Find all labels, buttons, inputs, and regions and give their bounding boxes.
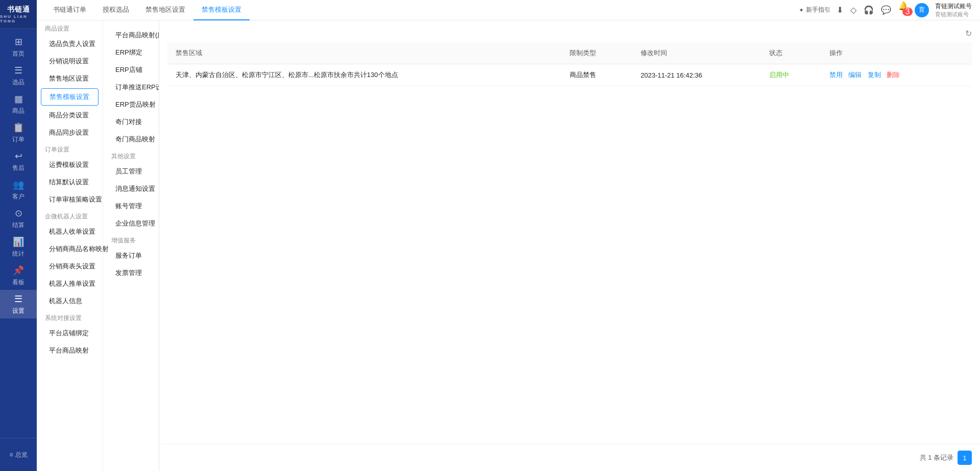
pagination-bar: 共 1 条记录 1 <box>159 444 980 471</box>
tab-order[interactable]: 书链通订单 <box>45 0 94 20</box>
menu-invoice-mgmt[interactable]: 发票管理 <box>103 264 159 282</box>
menu-erp-store[interactable]: ERP店铺 <box>103 61 159 79</box>
stats-icon: 📊 <box>13 236 24 247</box>
bell-wrapper: 🔔 3 <box>898 1 909 19</box>
menu-settlement-default[interactable]: 结算默认设置 <box>37 173 103 191</box>
menu-freight-template[interactable]: 运费模板设置 <box>37 156 103 173</box>
guide-label: 新手指引 <box>806 6 830 14</box>
cell-limit-type: 商品禁售 <box>561 64 632 86</box>
menu-account[interactable]: 账号管理 <box>103 197 159 215</box>
sidebar-item-customer[interactable]: 👥 客户 <box>0 176 37 204</box>
forbidden-template-table: 禁售区域 限制类型 修改时间 状态 操作 天津、内蒙古自治区、松原市宁江区、松原… <box>167 42 972 86</box>
bell-badge: 3 <box>902 8 913 16</box>
left-menus: 商品设置 选品负责人设置 分销说明设置 禁售地区设置 禁售模板设置 商品分类设置… <box>37 20 159 471</box>
main-wrapper: 书链通订单 授权选品 禁售地区设置 禁售模板设置 ✦ 新手指引 ⬇ ◇ 🎧 💬 … <box>37 0 980 471</box>
diamond-icon[interactable]: ◇ <box>850 5 856 15</box>
headset-icon[interactable]: 🎧 <box>864 5 874 15</box>
sidebar-item-orders[interactable]: 📋 订单 <box>0 118 37 147</box>
menu-order-audit[interactable]: 订单审核策略设置 <box>37 191 103 208</box>
menu-category[interactable]: 商品分类设置 <box>37 107 103 124</box>
menu-employee[interactable]: 员工管理 <box>103 163 159 180</box>
menu-order-push-erp[interactable]: 订单推送ERP设置 <box>103 79 159 96</box>
menu-qimen-connect[interactable]: 奇门对接 <box>103 113 159 131</box>
orders-icon: 📋 <box>13 122 24 133</box>
content-area: 商品设置 选品负责人设置 分销说明设置 禁售地区设置 禁售模板设置 商品分类设置… <box>37 20 980 471</box>
tab-auth[interactable]: 授权选品 <box>94 0 137 20</box>
logo-main: 书链通 <box>7 5 30 14</box>
col-forbidden-region: 禁售区域 <box>167 42 561 64</box>
menu-distribution-name-map[interactable]: 分销商商品名称映射 <box>37 240 103 258</box>
sidebar-nav: ⊞ 首页 ☰ 选品 ▦ 商品 📋 订单 ↩ 售后 👥 客户 ⊙ 结算 📊 <box>0 29 37 438</box>
sidebar-item-select[interactable]: ☰ 选品 <box>0 61 37 90</box>
sidebar-item-goods[interactable]: ▦ 商品 <box>0 90 37 118</box>
cell-forbidden-region: 天津、内蒙古自治区、松原市宁江区、松原市...松原市扶余市共计130个地点 <box>167 64 561 86</box>
finance-icon: ⊙ <box>15 208 22 219</box>
sidebar-label-stats: 统计 <box>12 250 24 258</box>
menu-robot-receive[interactable]: 机器人收单设置 <box>37 223 103 240</box>
sidebar-item-stats[interactable]: 📊 统计 <box>0 233 37 261</box>
table-area: ↻ 禁售区域 限制类型 修改时间 状态 操作 天津、 <box>159 20 980 444</box>
section-system: 系统对接设置 <box>37 310 103 325</box>
logo: 书链通 SHU LIAN TONG <box>0 0 37 29</box>
tab-forbidden-template[interactable]: 禁售模板设置 <box>193 0 250 20</box>
menu-message-notify[interactable]: 消息通知设置 <box>103 180 159 197</box>
sidebar-label-board: 看板 <box>12 278 24 287</box>
customer-icon: 👥 <box>13 179 24 190</box>
col-modify-time: 修改时间 <box>632 42 761 64</box>
board-icon: 📌 <box>13 265 24 276</box>
chat-icon[interactable]: 💬 <box>881 5 891 15</box>
menu-distribution-header[interactable]: 分销商表头设置 <box>37 258 103 275</box>
user-info[interactable]: 育链测试账号 育链测试账号 <box>935 2 972 18</box>
overview-label: 总览 <box>15 451 28 459</box>
menu-erp-bind[interactable]: ERP绑定 <box>103 44 159 61</box>
menu-platform-product-map-deprecated[interactable]: 平台商品映射(废弃) <box>103 27 159 44</box>
action-copy[interactable]: 复制 <box>868 71 881 79</box>
overview-icon: ≡ <box>9 451 13 458</box>
page-content: ↻ 禁售区域 限制类型 修改时间 状态 操作 天津、 <box>159 20 980 471</box>
menu-enterprise-info[interactable]: 企业信息管理 <box>103 215 159 232</box>
download-icon[interactable]: ⬇ <box>837 5 843 15</box>
action-edit[interactable]: 编辑 <box>848 71 862 79</box>
action-delete[interactable]: 删除 <box>887 71 900 79</box>
sidebar-overview[interactable]: ≡ 总览 <box>0 444 37 465</box>
section-value-added: 增值服务 <box>103 232 159 247</box>
menu-erp-product-map[interactable]: ERP货品映射 <box>103 96 159 113</box>
header-icons: ⬇ ◇ 🎧 💬 🔔 3 <box>837 1 909 19</box>
section-robot: 企微机器人设置 <box>37 208 103 223</box>
user-account: 育链测试账号 <box>935 11 972 18</box>
menu-qimen-product-map[interactable]: 奇门商品映射 <box>103 131 159 148</box>
menu-platform-product-map[interactable]: 平台商品映射 <box>37 342 103 359</box>
user-name: 育链测试账号 <box>935 2 972 11</box>
menu-service-order[interactable]: 服务订单 <box>103 247 159 264</box>
menu-forbidden-template-setting[interactable]: 禁售模板设置 <box>41 88 99 106</box>
user-avatar[interactable]: 育 <box>915 3 929 17</box>
sidebar-bottom: ≡ 总览 <box>0 438 37 471</box>
action-disable[interactable]: 禁用 <box>829 71 843 79</box>
menu-sync[interactable]: 商品同步设置 <box>37 124 103 141</box>
refresh-button[interactable]: ↻ <box>965 29 972 38</box>
sidebar-label-settings: 设置 <box>12 307 24 315</box>
menu-distribution-desc[interactable]: 分销说明设置 <box>37 53 103 70</box>
guide-button[interactable]: ✦ 新手指引 <box>799 6 830 14</box>
menu-robot-push[interactable]: 机器人推单设置 <box>37 275 103 292</box>
menu-platform-store-bind[interactable]: 平台店铺绑定 <box>37 325 103 342</box>
sidebar-item-aftersale[interactable]: ↩ 售后 <box>0 147 37 176</box>
sidebar-item-home[interactable]: ⊞ 首页 <box>0 33 37 61</box>
sidebar-item-settings[interactable]: ☰ 设置 <box>0 290 37 318</box>
sidebar: 书链通 SHU LIAN TONG ⊞ 首页 ☰ 选品 ▦ 商品 📋 订单 ↩ … <box>0 0 37 471</box>
menu-col1: 商品设置 选品负责人设置 分销说明设置 禁售地区设置 禁售模板设置 商品分类设置… <box>37 20 103 471</box>
sidebar-label-select: 选品 <box>12 78 24 87</box>
sidebar-item-board[interactable]: 📌 看板 <box>0 261 37 290</box>
menu-forbidden-region-setting[interactable]: 禁售地区设置 <box>37 70 103 87</box>
sidebar-label-customer: 客户 <box>12 192 24 201</box>
tab-forbidden-region[interactable]: 禁售地区设置 <box>137 0 193 20</box>
status-badge: 启用中 <box>769 71 789 79</box>
menu-col2: 平台商品映射(废弃) ERP绑定 ERP店铺 订单推送ERP设置 ERP货品映射… <box>103 20 159 471</box>
header-right: ✦ 新手指引 ⬇ ◇ 🎧 💬 🔔 3 育 育链测试账号 育链测试账号 <box>799 1 972 19</box>
menu-robot-info[interactable]: 机器人信息 <box>37 292 103 310</box>
page-btn-1[interactable]: 1 <box>958 451 972 465</box>
sidebar-item-finance[interactable]: ⊙ 结算 <box>0 204 37 233</box>
sidebar-label-home: 首页 <box>12 49 24 58</box>
goods-icon: ▦ <box>14 93 23 105</box>
menu-responsible[interactable]: 选品负责人设置 <box>37 35 103 53</box>
